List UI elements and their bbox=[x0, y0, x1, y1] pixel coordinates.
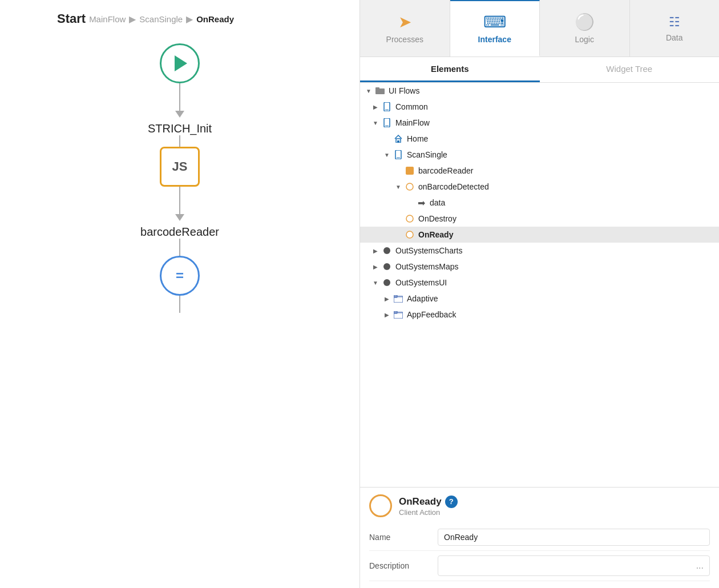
folder-icon-appfeedback bbox=[393, 309, 403, 320]
expand-uiflows: ▼ bbox=[365, 87, 373, 95]
expand-appfeedback: ▶ bbox=[383, 311, 391, 319]
props-title-group: OnReady ? Client Action bbox=[399, 496, 458, 517]
expand-mainflow: ▼ bbox=[371, 119, 379, 127]
tree-item-uiflows[interactable]: ▼ UI Flows bbox=[360, 83, 719, 99]
tree-item-common[interactable]: ▶ Common bbox=[360, 99, 719, 115]
home-label: Home bbox=[407, 134, 428, 143]
expand-onbarcodedetected: ▼ bbox=[394, 183, 402, 191]
circle-dark-charts bbox=[382, 245, 392, 256]
tree-item-outsystemsmaps[interactable]: ▶ OutSystemsMaps bbox=[360, 259, 719, 275]
tab-logic-label: Logic bbox=[575, 35, 594, 44]
scansingle-label: ScanSingle bbox=[407, 150, 447, 159]
arrow-3 bbox=[175, 214, 184, 221]
barcode-reader-node[interactable]: barcodeReader bbox=[140, 221, 219, 239]
props-subtitle: Client Action bbox=[399, 508, 458, 517]
home-icon bbox=[393, 134, 403, 144]
start-circle[interactable] bbox=[160, 43, 200, 83]
js-box[interactable]: JS bbox=[160, 147, 200, 187]
props-circle-icon bbox=[369, 494, 392, 517]
equal-icon: = bbox=[176, 268, 184, 284]
circle-orange-onbarcode bbox=[405, 182, 415, 192]
svg-rect-5 bbox=[385, 126, 389, 126]
description-value[interactable]: ... bbox=[438, 555, 710, 576]
tree-item-appfeedback[interactable]: ▶ AppFeedback bbox=[360, 307, 719, 323]
tree-item-data[interactable]: ➡ data bbox=[360, 195, 719, 211]
breadcrumb-item-2: ScanSingle bbox=[139, 14, 183, 24]
line-1 bbox=[179, 83, 180, 112]
tree-item-onready[interactable]: OnReady bbox=[360, 227, 719, 243]
start-node[interactable] bbox=[160, 43, 200, 83]
tree-item-home[interactable]: Home bbox=[360, 131, 719, 147]
appfeedback-label: AppFeedback bbox=[407, 310, 456, 319]
sub-tab-widget-tree[interactable]: Widget Tree bbox=[540, 57, 720, 82]
breadcrumb-item-3: OnReady bbox=[196, 14, 234, 24]
description-dots[interactable]: ... bbox=[696, 561, 704, 571]
play-icon bbox=[175, 55, 187, 71]
tree-item-outsystemsui[interactable]: ▼ OutSystemsUI bbox=[360, 275, 719, 291]
tab-interface-label: Interface bbox=[478, 35, 511, 44]
end-node[interactable]: = bbox=[160, 256, 200, 296]
uiflows-label: UI Flows bbox=[389, 86, 419, 95]
ondestroy-label: OnDestroy bbox=[418, 214, 457, 223]
expand-home bbox=[383, 135, 391, 143]
mainflow-label: MainFlow bbox=[395, 118, 430, 127]
processes-icon: ➤ bbox=[398, 13, 411, 31]
circle-dark-maps bbox=[382, 261, 392, 272]
tab-processes-label: Processes bbox=[386, 35, 423, 44]
barcode-reader-label: barcodeReader bbox=[140, 225, 219, 239]
phone-icon-mainflow bbox=[382, 118, 392, 128]
outsystemsmaps-label: OutSystemsMaps bbox=[395, 262, 458, 271]
properties-panel: OnReady ? Client Action Name Description… bbox=[360, 487, 719, 588]
tree-item-barcodereader[interactable]: barcodeReader bbox=[360, 163, 719, 179]
connector-3 bbox=[175, 187, 184, 221]
name-input[interactable] bbox=[438, 529, 710, 546]
svg-rect-10 bbox=[406, 167, 414, 175]
toolbar: ➤ Processes ⌨ Interface ⚪ Logic ☷ Data bbox=[360, 0, 719, 57]
logic-icon: ⚪ bbox=[575, 13, 595, 31]
expand-common: ▶ bbox=[371, 103, 379, 111]
js-node[interactable]: JS bbox=[160, 147, 200, 187]
adaptive-label: Adaptive bbox=[407, 294, 438, 303]
tree-item-onbarcodedetected[interactable]: ▼ onBarcodeDetected bbox=[360, 179, 719, 195]
js-label: JS bbox=[172, 159, 188, 174]
sub-tab-elements[interactable]: Elements bbox=[360, 57, 540, 82]
expand-onready bbox=[394, 231, 402, 239]
tree-area[interactable]: ▼ UI Flows ▶ Common ▼ bbox=[360, 83, 719, 487]
expand-ondestroy bbox=[394, 215, 402, 223]
outsystemsui-label: OutSystemsUI bbox=[395, 278, 447, 287]
tree-item-outsystemscharts[interactable]: ▶ OutSystemsCharts bbox=[360, 243, 719, 259]
circle-orange-ondestroy bbox=[405, 214, 415, 224]
tree-item-mainflow[interactable]: ▼ MainFlow bbox=[360, 115, 719, 131]
tab-interface[interactable]: ⌨ Interface bbox=[450, 0, 540, 57]
line-4 bbox=[179, 239, 180, 256]
connector-4 bbox=[179, 239, 180, 256]
description-input[interactable]: ... bbox=[438, 555, 710, 576]
tree-item-adaptive[interactable]: ▶ Adaptive bbox=[360, 291, 719, 307]
line-2 bbox=[179, 135, 180, 147]
arrow-1 bbox=[175, 111, 184, 118]
svg-point-15 bbox=[383, 263, 390, 270]
breadcrumb-sep-2: ▶ bbox=[186, 14, 193, 25]
folder-icon-adaptive bbox=[393, 293, 403, 304]
name-value[interactable] bbox=[438, 529, 710, 546]
tab-processes[interactable]: ➤ Processes bbox=[360, 0, 450, 57]
connector-2 bbox=[179, 135, 180, 147]
strich-init-node[interactable]: STRICH_Init bbox=[148, 118, 212, 135]
help-icon[interactable]: ? bbox=[445, 496, 458, 508]
common-label: Common bbox=[395, 102, 428, 111]
prop-row-name: Name bbox=[369, 524, 710, 551]
svg-rect-7 bbox=[397, 140, 399, 143]
svg-rect-1 bbox=[375, 87, 379, 90]
tab-logic[interactable]: ⚪ Logic bbox=[540, 0, 630, 57]
connector-1 bbox=[175, 83, 184, 118]
tree-item-scansingle[interactable]: ▼ ScanSingle bbox=[360, 147, 719, 163]
expand-outsystemsmaps: ▶ bbox=[371, 263, 379, 271]
onready-label: OnReady bbox=[418, 230, 453, 239]
end-circle[interactable]: = bbox=[160, 256, 200, 296]
tab-data[interactable]: ☷ Data bbox=[630, 0, 720, 57]
line-3 bbox=[179, 187, 180, 215]
connector-5 bbox=[179, 296, 180, 313]
interface-icon: ⌨ bbox=[483, 13, 506, 31]
tree-item-ondestroy[interactable]: OnDestroy bbox=[360, 211, 719, 227]
svg-rect-9 bbox=[397, 158, 400, 158]
